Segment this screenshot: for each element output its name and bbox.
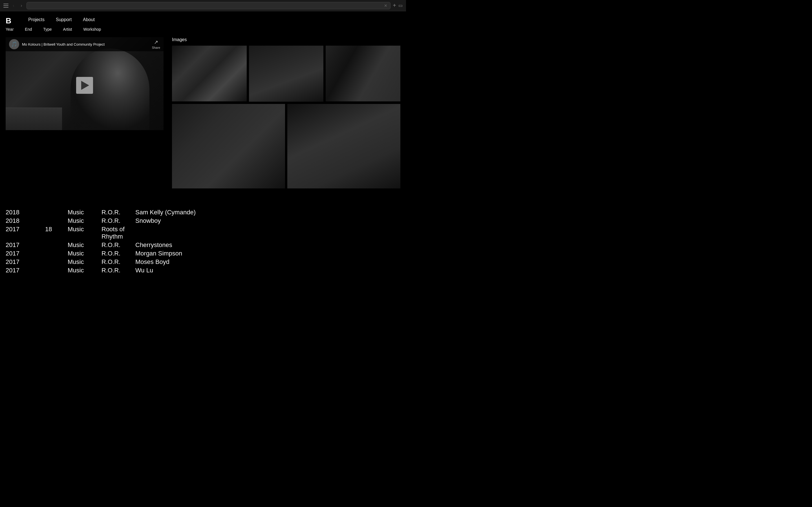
list-row[interactable]: 2017 Music R.O.R. Cherrystones [6,241,400,249]
list-cell-type: Music [68,267,101,274]
filter-workshop[interactable]: Workshop [83,27,101,32]
filter-row: Year End Type Artist Workshop [0,25,406,34]
list-cell-title: Snowboy [135,217,400,224]
url-clear-button[interactable]: ✕ [384,3,388,8]
list-table: 2018 Music R.O.R. Sam Kelly (Cymande) 20… [6,208,400,275]
list-cell-type: Music [68,258,101,266]
list-row[interactable]: 2017 Music R.O.R. Moses Boyd [6,258,400,266]
list-cell-end: 18 [45,226,68,233]
list-cell-type: Music [68,226,101,233]
list-cell-year: 2017 [6,267,45,274]
sidebar-toggle-button[interactable] [3,4,8,8]
list-cell-artist: R.O.R. [101,250,135,257]
video-title: Mo Kolours | Britwell Youth and Communit… [22,42,149,47]
list-cell-year: 2017 [6,241,45,249]
video-channel-avatar: 🎵 [9,39,19,49]
filter-year[interactable]: Year [6,27,13,32]
list-cell-title: Sam Kelly (Cymande) [135,209,400,216]
list-cell-year: 2018 [6,217,45,224]
list-cell-artist: R.O.R. [101,217,135,224]
images-grid-row1 [172,46,400,102]
list-cell-year: 2017 [6,250,45,257]
list-cell-year: 2017 [6,258,45,266]
nav-link-support[interactable]: Support [56,17,71,22]
list-section: 2018 Music R.O.R. Sam Kelly (Cymande) 20… [0,191,406,280]
list-row[interactable]: 2018 Music R.O.R. Snowboy [6,217,400,225]
image-thumb-4[interactable] [172,104,285,189]
image-2-content [249,46,324,102]
filter-end[interactable]: End [25,27,32,32]
list-cell-artist: R.O.R. [101,241,135,249]
video-panel: 🎵 Mo Kolours | Britwell Youth and Commun… [6,37,163,188]
list-cell-type: Music [68,250,101,257]
list-row[interactable]: 2017 Music R.O.R. Wu Lu [6,266,400,275]
url-bar[interactable]: ✕ [27,2,391,9]
image-1-content [172,46,247,101]
filter-type[interactable]: Type [43,27,52,32]
list-cell-artist: R.O.R. [101,258,135,266]
list-cell-artist: R.O.R. [101,209,135,216]
list-cell-artist: R.O.R. [101,267,135,274]
list-cell-title: Cherrystones [135,241,400,249]
browser-chrome: ‹ › ✕ + ▭ [0,0,406,11]
list-row[interactable]: 2018 Music R.O.R. Sam Kelly (Cymande) [6,208,400,217]
filter-artist[interactable]: Artist [63,27,72,32]
forward-button[interactable]: › [18,3,24,8]
video-keyboard-silhouette [6,108,62,130]
list-cell-title: Morgan Simpson [135,250,400,257]
list-row[interactable]: 2017 Music R.O.R. Morgan Simpson [6,249,400,258]
play-icon [81,81,89,90]
list-cell-title: Moses Boyd [135,258,400,266]
windows-button[interactable]: ▭ [398,3,403,8]
content-area: 🎵 Mo Kolours | Britwell Youth and Commun… [0,34,406,191]
list-cell-type: Music [68,209,101,216]
back-button[interactable]: ‹ [11,3,16,8]
list-row-highlight[interactable]: 2017 18 Music Roots of Rhythm [6,225,400,241]
new-tab-button[interactable]: + [393,2,396,9]
images-grid-row2 [172,104,400,189]
list-cell-artist: Roots of Rhythm [101,226,135,240]
share-icon: ↗ [154,39,158,45]
image-thumb-1[interactable] [172,46,247,101]
video-header: 🎵 Mo Kolours | Britwell Youth and Commun… [6,37,163,51]
image-thumb-2[interactable] [249,46,324,102]
image-3-content [326,46,400,101]
video-play-button[interactable] [76,77,93,94]
nav-logo[interactable]: B [6,17,11,25]
images-heading: Images [172,37,400,42]
nav-links: Projects Support About [28,17,95,22]
list-cell-title: Wu Lu [135,267,400,274]
video-share-button[interactable]: ↗ Share [152,39,160,49]
video-wrapper[interactable]: 🎵 Mo Kolours | Britwell Youth and Commun… [6,37,163,130]
image-thumb-3[interactable] [326,46,400,101]
list-cell-type: Music [68,217,101,224]
images-panel: Images [172,37,400,188]
image-thumb-5[interactable] [287,104,400,189]
list-cell-year: 2018 [6,209,45,216]
list-cell-type: Music [68,241,101,249]
nav-link-projects[interactable]: Projects [28,17,45,22]
share-label: Share [152,46,160,49]
nav-link-about[interactable]: About [83,17,95,22]
site-nav: B Projects Support About [0,11,406,25]
list-cell-year: 2017 [6,226,45,233]
avatar-icon: 🎵 [11,41,17,47]
